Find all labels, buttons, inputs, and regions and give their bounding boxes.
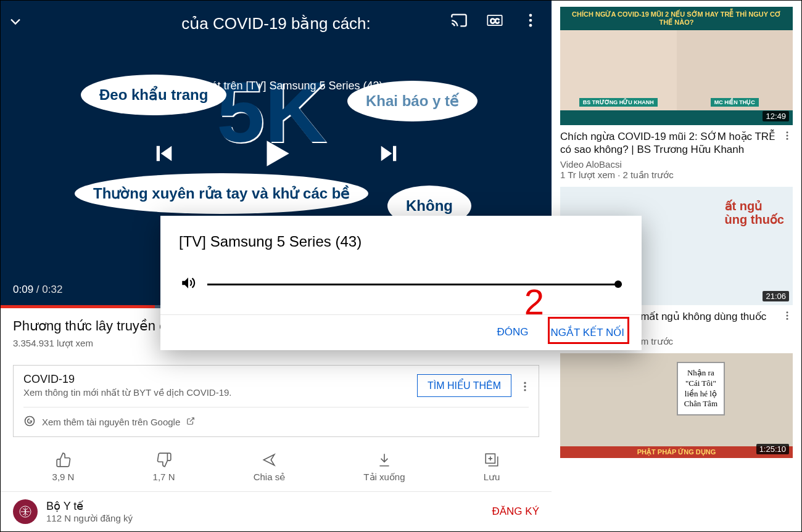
svg-point-20	[787, 131, 788, 133]
volume-slider[interactable]	[207, 284, 622, 285]
svg-marker-8	[267, 141, 289, 166]
svg-rect-10	[393, 145, 396, 161]
collapse-chevron-icon[interactable]	[7, 13, 24, 33]
more-vert-icon[interactable]	[522, 12, 539, 31]
previous-button[interactable]	[151, 141, 177, 169]
svg-marker-7	[160, 145, 172, 161]
volume-icon[interactable]	[180, 275, 196, 293]
related-video[interactable]: CHÍCH NGỪA COVID-19 MŨI 2 NẾU SỚM HAY TR…	[552, 1, 801, 181]
disconnect-button[interactable]: NGẮT KẾT NỐI	[551, 326, 624, 339]
action-bar: 3,9 N 1,7 N Chia sẻ Tải xuống Lưu	[1, 443, 552, 492]
cast-status-text: Đang phát trên [TV] Samsung 5 Series (43…	[1, 80, 552, 92]
subscriber-count: 112 N người đăng ký	[46, 513, 133, 524]
volume-knob[interactable]	[614, 280, 622, 288]
more-vert-icon[interactable]	[519, 380, 531, 395]
related-title: Chích ngừa COVID-19 mũi 2: SỚM hoặc TRỄ …	[560, 130, 793, 157]
subscribe-button[interactable]: ĐĂNG KÝ	[492, 505, 539, 518]
external-link-icon	[186, 417, 195, 427]
thumbnail[interactable]: CHÍCH NGỪA COVID-19 MŨI 2 NẾU SỚM HAY TR…	[560, 7, 793, 125]
svg-point-23	[787, 311, 788, 313]
cast-dialog: [TV] Samsung 5 Series (43) ĐÓNG NGẮT KẾT…	[160, 216, 642, 350]
close-button[interactable]: ĐÓNG	[497, 326, 529, 339]
time-display: 0:09 / 0:32	[13, 284, 62, 296]
channel-avatar[interactable]	[13, 499, 38, 524]
svg-point-11	[524, 382, 526, 384]
next-button[interactable]	[376, 141, 402, 169]
svg-point-4	[529, 19, 532, 22]
duration-badge: 1:25:10	[756, 444, 789, 454]
svg-line-15	[190, 418, 194, 422]
annotation-number: 2	[524, 281, 544, 322]
svg-marker-9	[381, 145, 392, 161]
more-vert-icon[interactable]	[782, 310, 793, 324]
svg-text:CC: CC	[490, 17, 500, 25]
svg-point-21	[787, 135, 788, 137]
save-button[interactable]: Lưu	[484, 452, 500, 483]
svg-point-5	[529, 24, 532, 27]
duration-badge: 21:06	[763, 291, 789, 301]
current-time: 0:09	[13, 284, 33, 295]
cc-icon[interactable]: CC	[486, 12, 503, 31]
svg-point-3	[529, 14, 532, 17]
play-button[interactable]	[257, 134, 296, 175]
like-button[interactable]: 3,9 N	[52, 452, 75, 483]
download-button[interactable]: Tải xuống	[363, 452, 405, 483]
duration: 0:32	[42, 284, 62, 295]
cast-icon[interactable]	[450, 12, 468, 31]
google-resources-link[interactable]: Xem thêm tài nguyên trên Google	[42, 417, 180, 427]
thumbnail[interactable]: Nhận ra "Cái Tôi" liền hé lộ Chân Tâm PH…	[560, 353, 793, 458]
svg-point-25	[787, 317, 788, 319]
channel-row: Bộ Y tế 112 N người đăng ký ĐĂNG KÝ	[1, 492, 552, 531]
related-video[interactable]: Nhận ra "Cái Tôi" liền hé lộ Chân Tâm PH…	[552, 347, 801, 458]
duration-badge: 12:49	[763, 111, 789, 121]
svg-point-13	[524, 389, 526, 391]
share-button[interactable]: Chia sẻ	[254, 452, 286, 483]
dialog-title: [TV] Samsung 5 Series (43)	[160, 216, 642, 256]
channel-name[interactable]: Bộ Y tế	[46, 499, 133, 513]
bg-bubble: Thường xuyên rửa tay và khử các bề	[75, 173, 368, 214]
svg-point-22	[787, 138, 788, 140]
svg-point-12	[524, 385, 526, 387]
svg-rect-6	[156, 145, 159, 161]
google-g-icon	[23, 415, 36, 429]
covid-info-box: COVID-19 Xem thông tin mới nhất từ BYT v…	[13, 365, 539, 437]
svg-marker-26	[182, 277, 188, 288]
dislike-button[interactable]: 1,7 N	[153, 452, 175, 483]
related-meta: 1 Tr lượt xem · 2 tuần trước	[560, 170, 793, 181]
learn-more-button[interactable]: TÌM HIỂU THÊM	[417, 374, 511, 397]
svg-point-24	[787, 314, 788, 316]
related-channel[interactable]: Video AloBacsi	[560, 159, 793, 170]
more-vert-icon[interactable]	[782, 130, 793, 144]
